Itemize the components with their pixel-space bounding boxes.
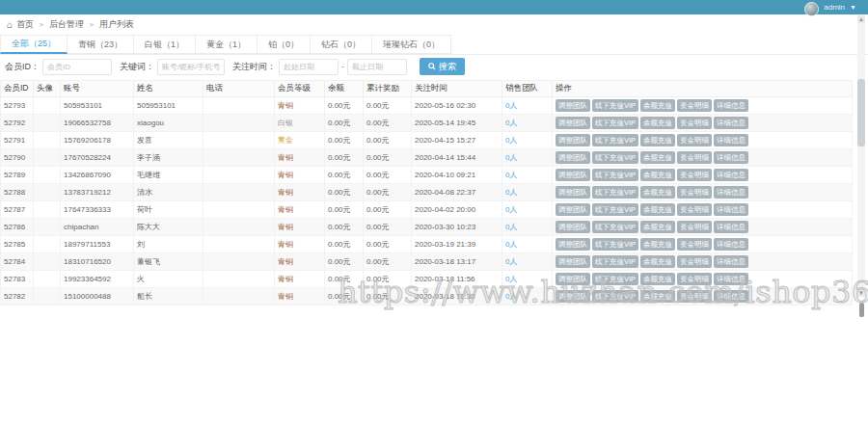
action-button-3[interactable]: 资金明细	[677, 238, 712, 252]
breadcrumb-home[interactable]: 首页	[16, 18, 34, 31]
action-button-4[interactable]: 详细信息	[714, 290, 748, 304]
table-row: 5278319923364592火青铜0.00元0.00元2020-03-18 …	[1, 271, 853, 288]
action-button-2[interactable]: 余额充值	[640, 255, 675, 269]
action-button-3[interactable]: 资金明细	[677, 290, 712, 304]
cell-level: 青铜	[275, 271, 325, 288]
tab-0[interactable]: 全部（25）	[0, 35, 68, 54]
keyword-input[interactable]	[157, 59, 225, 75]
action-button-2[interactable]: 余额充值	[640, 117, 675, 130]
team-link[interactable]: 0人	[505, 101, 517, 110]
action-button-4[interactable]: 详细信息	[714, 117, 748, 130]
action-button-0[interactable]: 调整团队	[556, 203, 590, 217]
member-id-input[interactable]	[42, 59, 112, 75]
action-button-3[interactable]: 资金明细	[677, 186, 712, 199]
action-button-2[interactable]: 余额充值	[640, 169, 675, 182]
team-link[interactable]: 0人	[505, 136, 517, 145]
scroll-up-icon[interactable]: ▲	[857, 15, 865, 23]
cell-level: 青铜	[275, 201, 325, 219]
action-button-3[interactable]: 资金明细	[677, 255, 712, 269]
action-button-2[interactable]: 余额充值	[640, 99, 675, 113]
action-button-2[interactable]: 余额充值	[640, 273, 675, 286]
action-button-1[interactable]: 线下充值VIP	[592, 221, 638, 234]
team-link[interactable]: 0人	[505, 171, 517, 179]
action-button-0[interactable]: 调整团队	[556, 221, 590, 234]
action-button-2[interactable]: 余额充值	[640, 134, 675, 147]
tab-3[interactable]: 黄金（1）	[196, 35, 258, 54]
action-button-0[interactable]: 调整团队	[556, 117, 590, 130]
action-button-3[interactable]: 资金明细	[677, 273, 712, 286]
action-button-0[interactable]: 调整团队	[556, 290, 590, 304]
cell-team: 0人	[502, 149, 553, 167]
action-button-4[interactable]: 详细信息	[714, 169, 748, 182]
action-button-4[interactable]: 详细信息	[714, 221, 748, 234]
action-button-1[interactable]: 线下充值VIP	[592, 290, 638, 304]
action-button-1[interactable]: 线下充值VIP	[592, 169, 638, 182]
action-button-0[interactable]: 调整团队	[556, 169, 590, 182]
scroll-down-icon[interactable]: ▼	[857, 289, 865, 297]
team-link[interactable]: 0人	[505, 292, 517, 301]
action-button-0[interactable]: 调整团队	[556, 255, 590, 269]
action-button-3[interactable]: 资金明细	[677, 134, 712, 147]
team-link[interactable]: 0人	[505, 205, 517, 214]
team-link[interactable]: 0人	[505, 153, 517, 162]
tab-5[interactable]: 钻石（0）	[311, 35, 372, 54]
team-link[interactable]: 0人	[505, 240, 517, 249]
start-date-input[interactable]	[279, 59, 339, 75]
action-button-0[interactable]: 调整团队	[556, 134, 590, 147]
action-button-4[interactable]: 详细信息	[714, 99, 748, 113]
action-button-1[interactable]: 线下充值VIP	[592, 203, 638, 217]
action-button-4[interactable]: 详细信息	[714, 203, 748, 217]
action-button-0[interactable]: 调整团队	[556, 186, 590, 199]
chevron-down-icon[interactable]: ▼	[850, 4, 856, 11]
tab-1[interactable]: 青铜（23）	[68, 35, 134, 54]
action-button-3[interactable]: 资金明细	[677, 221, 712, 234]
action-button-2[interactable]: 余额充值	[640, 151, 675, 165]
action-button-4[interactable]: 详细信息	[714, 134, 748, 147]
end-date-input[interactable]	[347, 59, 407, 75]
action-button-1[interactable]: 线下充值VIP	[592, 151, 638, 165]
breadcrumb-section[interactable]: 后台管理	[49, 18, 84, 31]
action-button-1[interactable]: 线下充值VIP	[592, 117, 638, 130]
action-button-3[interactable]: 资金明细	[677, 117, 712, 130]
action-button-1[interactable]: 线下充值VIP	[592, 134, 638, 147]
action-button-2[interactable]: 余额充值	[640, 290, 675, 304]
action-button-1[interactable]: 线下充值VIP	[592, 186, 638, 199]
tab-4[interactable]: 铂（0）	[258, 35, 311, 54]
action-button-4[interactable]: 详细信息	[714, 186, 748, 199]
action-button-2[interactable]: 余额充值	[640, 221, 675, 234]
team-link[interactable]: 0人	[505, 188, 517, 197]
action-button-1[interactable]: 线下充值VIP	[592, 255, 638, 269]
action-button-3[interactable]: 资金明细	[677, 99, 712, 113]
breadcrumb-page: 用户列表	[99, 18, 134, 31]
cell-follow-time: 2020-05-14 19:45	[412, 115, 502, 132]
action-button-0[interactable]: 调整团队	[556, 151, 590, 165]
team-link[interactable]: 0人	[505, 275, 517, 283]
action-button-4[interactable]: 详细信息	[714, 273, 748, 286]
action-button-0[interactable]: 调整团队	[556, 99, 590, 113]
tab-2[interactable]: 白银（1）	[134, 35, 196, 54]
team-link[interactable]: 0人	[505, 257, 517, 266]
cell-name: 荷叶	[134, 201, 203, 219]
team-link[interactable]: 0人	[505, 223, 517, 231]
action-button-3[interactable]: 资金明细	[677, 203, 712, 217]
tab-6[interactable]: 璀璨钻石（0）	[372, 35, 451, 54]
action-button-4[interactable]: 详细信息	[714, 255, 748, 269]
action-button-0[interactable]: 调整团队	[556, 273, 590, 286]
action-button-2[interactable]: 余额充值	[640, 203, 675, 217]
search-button[interactable]: 搜索	[420, 58, 465, 75]
team-link[interactable]: 0人	[505, 119, 517, 127]
action-button-1[interactable]: 线下充值VIP	[592, 99, 638, 113]
action-button-4[interactable]: 详细信息	[714, 151, 748, 165]
action-button-2[interactable]: 余额充值	[640, 238, 675, 252]
cell-member-id: 52792	[1, 115, 34, 132]
action-button-1[interactable]: 线下充值VIP	[592, 238, 638, 252]
action-button-2[interactable]: 余额充值	[640, 186, 675, 199]
vertical-scrollbar[interactable]: ▲ ▼	[857, 15, 865, 297]
action-button-0[interactable]: 调整团队	[556, 238, 590, 252]
action-button-3[interactable]: 资金明细	[677, 169, 712, 182]
action-button-3[interactable]: 资金明细	[677, 151, 712, 165]
action-button-4[interactable]: 详细信息	[714, 238, 748, 252]
scrollbar-thumb[interactable]	[857, 79, 865, 146]
user-avatar[interactable]	[804, 2, 819, 16]
action-button-1[interactable]: 线下充值VIP	[592, 273, 638, 286]
